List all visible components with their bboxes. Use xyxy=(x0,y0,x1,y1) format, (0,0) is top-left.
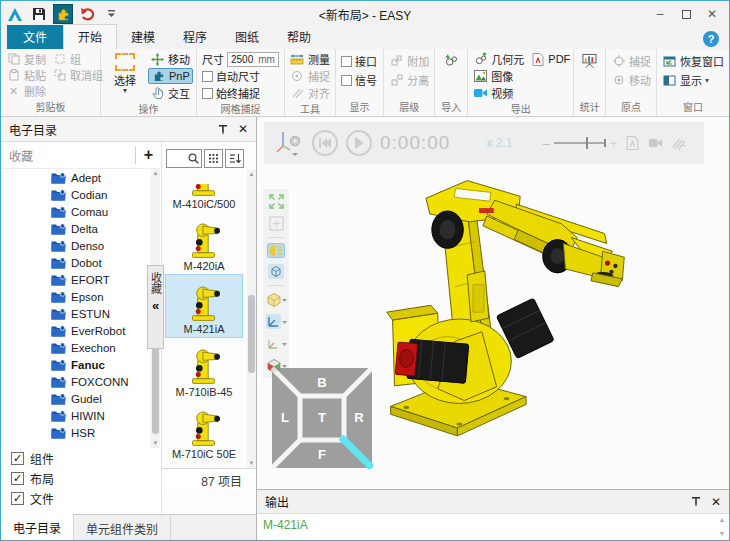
menu-tab[interactable]: 图纸 xyxy=(221,25,273,49)
snap-button[interactable]: 捕捉 xyxy=(288,68,332,84)
wireframe-cube-button[interactable] xyxy=(267,263,285,280)
thumbnail-scrollbar[interactable]: ▲ ▼ xyxy=(247,170,256,468)
delete-button[interactable]: ✕ 删除 xyxy=(4,83,48,99)
help-icon[interactable]: ? xyxy=(703,31,719,47)
align-button[interactable]: 对齐 xyxy=(288,85,332,101)
slider-handle[interactable] xyxy=(586,137,588,149)
tree-item[interactable]: EverRobot xyxy=(51,322,151,339)
model-thumbnail[interactable]: M-710iC 50E xyxy=(165,400,243,462)
frames-axes-button[interactable] xyxy=(265,313,287,330)
menu-tab[interactable]: 建模 xyxy=(117,25,169,49)
tree-item[interactable]: Denso xyxy=(51,237,151,254)
play-button[interactable] xyxy=(346,130,372,156)
pnp-button[interactable]: PnP xyxy=(148,68,193,84)
undo-button[interactable] xyxy=(77,4,97,24)
tree-item[interactable]: Epson xyxy=(51,288,151,305)
scroll-up-icon[interactable]: ▲ xyxy=(151,169,160,178)
interface-checkbox[interactable]: 接口 xyxy=(339,53,379,69)
close-button[interactable]: ✕ xyxy=(699,4,725,24)
pnp-toggle-button[interactable] xyxy=(53,4,73,24)
annotation-tool-icon[interactable] xyxy=(671,136,686,151)
paste-button[interactable]: 粘贴 xyxy=(4,67,48,83)
add-favorite-button[interactable]: + xyxy=(135,146,153,164)
group-button[interactable]: 组 xyxy=(50,51,105,67)
close-panel-icon[interactable]: ✕ xyxy=(238,123,248,135)
select-button[interactable]: 选择 ▾ xyxy=(104,51,146,94)
axes-small-button[interactable] xyxy=(265,335,287,352)
record-video-icon[interactable] xyxy=(648,136,663,151)
measure-button[interactable]: 测量 xyxy=(288,51,332,67)
maximize-button[interactable] xyxy=(673,4,699,24)
statistics-button[interactable] xyxy=(580,53,599,69)
view-cube-front-face[interactable]: F xyxy=(318,447,326,462)
tree-item[interactable]: Delta xyxy=(51,220,151,237)
favorites-collapse-tab[interactable]: 收藏 « xyxy=(147,265,164,349)
viewport-3d[interactable]: 0:00:00 x 2.1 – + xyxy=(257,117,729,489)
menu-tab[interactable]: 文件 xyxy=(7,25,63,49)
rewind-button[interactable] xyxy=(312,130,338,156)
origin-move-button[interactable]: 移动 xyxy=(609,72,653,88)
scroll-down-icon[interactable]: ▼ xyxy=(247,459,256,468)
export-video-button[interactable]: 视频 xyxy=(471,85,526,101)
export-pdf-button[interactable]: PDF xyxy=(528,51,572,67)
scroll-down-icon[interactable]: ▼ xyxy=(151,439,160,448)
tree-item[interactable]: ESTUN xyxy=(51,305,151,322)
grid-view-button[interactable] xyxy=(204,149,223,168)
origin-axes-icon[interactable] xyxy=(274,128,304,158)
shaded-cube-button[interactable] xyxy=(265,291,287,308)
fit-selection-button[interactable] xyxy=(268,215,285,232)
search-input[interactable] xyxy=(166,149,202,168)
copy-button[interactable]: 复制 xyxy=(4,51,48,67)
origin-snap-button[interactable]: 捕捉 xyxy=(609,53,653,69)
minimize-button[interactable]: – xyxy=(647,4,673,24)
view-cube-left-face[interactable]: L xyxy=(281,410,289,425)
render-style-button[interactable] xyxy=(267,243,285,258)
view-cube-right-face[interactable]: R xyxy=(354,410,364,425)
save-button[interactable] xyxy=(29,4,49,24)
model-thumbnail[interactable]: M-410iC/500 xyxy=(165,172,243,212)
tree-item[interactable]: FOXCONN xyxy=(51,373,151,390)
fit-all-button[interactable] xyxy=(268,193,285,210)
import-geometry-button[interactable] xyxy=(442,53,461,69)
show-window-button[interactable]: 显示 ▾ xyxy=(660,72,726,88)
filter-checkbox-row[interactable]: ✓ 布局 xyxy=(11,468,54,488)
tree-item[interactable]: Exechon xyxy=(51,339,151,356)
detach-button[interactable]: 分离 xyxy=(387,72,431,88)
slider-track[interactable] xyxy=(554,142,606,144)
speed-slider[interactable]: – + xyxy=(542,136,617,151)
robot-model-m421ia[interactable] xyxy=(369,159,693,483)
filter-checkbox-row[interactable]: ✓ 组件 xyxy=(11,448,54,468)
signal-checkbox[interactable]: 信号 xyxy=(339,72,379,88)
menu-tab[interactable]: 帮助 xyxy=(273,25,325,49)
tree-item[interactable]: HIWIN xyxy=(51,407,151,424)
attach-button[interactable]: 附加 xyxy=(387,53,431,69)
app-logo-icon[interactable] xyxy=(5,4,25,24)
tree-item[interactable]: HSR xyxy=(51,424,151,441)
slider-minus-icon[interactable]: – xyxy=(542,136,549,151)
scroll-up-icon[interactable]: ▲ xyxy=(719,516,726,524)
export-image-button[interactable]: 图像 xyxy=(471,68,526,84)
interact-button[interactable]: 交互 xyxy=(148,85,193,101)
scroll-up-icon[interactable]: ▲ xyxy=(247,170,256,179)
view-cube-back-face[interactable]: B xyxy=(317,375,326,390)
restore-window-button[interactable]: 恢复窗口 xyxy=(660,53,726,69)
model-thumbnail[interactable]: M-421iA xyxy=(165,274,243,338)
tree-item[interactable]: Codian xyxy=(51,186,151,203)
view-cube[interactable]: B L T R F xyxy=(271,367,373,469)
scroll-down-icon[interactable]: ▼ xyxy=(719,530,726,538)
auto-size-checkbox[interactable]: 自动尺寸 xyxy=(200,68,281,84)
slider-plus-icon[interactable]: + xyxy=(610,136,618,151)
tree-item[interactable]: Dobot xyxy=(51,254,151,271)
always-snap-checkbox[interactable]: 始终捕捉 xyxy=(200,85,281,101)
view-cube-top-face[interactable]: T xyxy=(318,410,326,425)
pin-icon[interactable] xyxy=(218,124,228,135)
tree-item[interactable]: Comau xyxy=(51,203,151,220)
close-panel-icon[interactable]: ✕ xyxy=(711,496,721,508)
menu-tab[interactable]: 程序 xyxy=(169,25,221,49)
panel-tab[interactable]: 电子目录 xyxy=(1,514,74,540)
sort-button[interactable] xyxy=(225,149,244,168)
ungroup-button[interactable]: 取消组 xyxy=(50,67,105,83)
size-input[interactable]: 2500 mm xyxy=(227,52,279,67)
export-geometry-button[interactable]: 几何元 xyxy=(471,51,526,67)
pin-icon[interactable] xyxy=(691,496,701,507)
